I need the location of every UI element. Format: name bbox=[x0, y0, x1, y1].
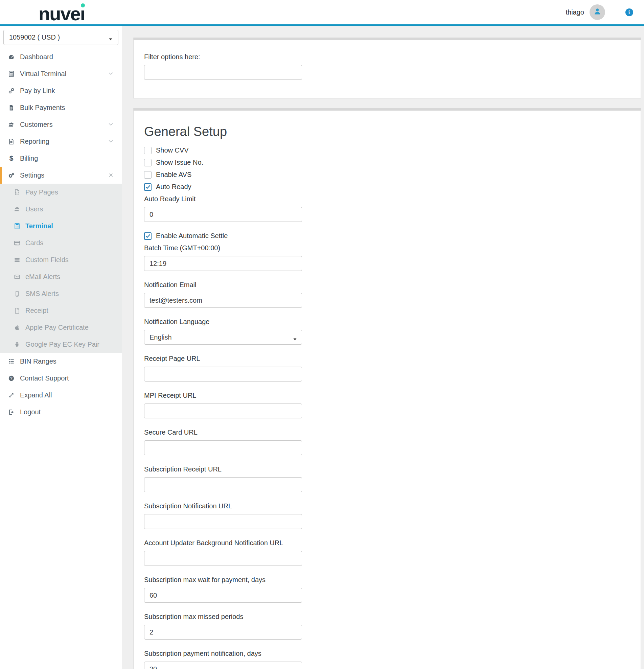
sidebar-item-label: Pay Pages bbox=[25, 188, 58, 196]
sidebar-item-google-pay-ec-key-pair[interactable]: Google Pay EC Key Pair bbox=[0, 336, 122, 353]
subscription-notification-url-input[interactable] bbox=[144, 514, 302, 529]
sidebar-item-label: Pay by Link bbox=[20, 87, 55, 95]
sidebar-item-sms-alerts[interactable]: SMS Alerts bbox=[0, 285, 122, 302]
sidebar-main-menu: DashboardVirtual TerminalPay by LinkBulk… bbox=[0, 48, 122, 184]
secure-card-url-input[interactable] bbox=[144, 440, 302, 455]
filter-options-input[interactable] bbox=[144, 65, 302, 80]
account-updater-background-notification-url-input[interactable] bbox=[144, 551, 302, 566]
sidebar-item-label: BIN Ranges bbox=[20, 357, 57, 365]
subscription-max-missed-periods-input[interactable] bbox=[144, 625, 302, 640]
batch-time-gmt-00-00-label: Batch Time (GMT+00:00) bbox=[144, 244, 630, 252]
sidebar-item-label: SMS Alerts bbox=[25, 290, 59, 298]
filter-options-label: Filter options here: bbox=[144, 53, 630, 61]
receipt-page-url-label: Receipt Page URL bbox=[144, 355, 630, 362]
sidebar-item-label: Receipt bbox=[25, 307, 48, 315]
subscription-notification-url-label: Subscription Notification URL bbox=[144, 502, 630, 510]
form-group-subscription-max-wait-for-payment-days: Subscription max wait for payment, days bbox=[144, 576, 630, 603]
sidebar-item-logout[interactable]: Logout bbox=[0, 403, 122, 421]
auto-ready-limit-label: Auto Ready Limit bbox=[144, 195, 630, 203]
subscription-max-wait-for-payment-days-label: Subscription max wait for payment, days bbox=[144, 576, 630, 584]
filter-panel: Filter options here: bbox=[133, 38, 641, 98]
settings-icon bbox=[7, 172, 16, 179]
chevron-down-icon[interactable] bbox=[108, 70, 114, 78]
sidebar-item-terminal[interactable]: Terminal bbox=[0, 217, 122, 234]
enable-avs-checkbox[interactable] bbox=[144, 171, 152, 179]
sidebar-item-virtual-terminal[interactable]: Virtual Terminal bbox=[0, 65, 122, 82]
sidebar-item-custom-fields[interactable]: Custom Fields bbox=[0, 251, 122, 268]
contact-support-icon: ? bbox=[7, 375, 16, 382]
chevron-down-icon[interactable] bbox=[108, 121, 114, 129]
subscription-max-wait-for-payment-days-input[interactable] bbox=[144, 588, 302, 603]
sidebar-item-label: Apple Pay Certificate bbox=[25, 324, 89, 331]
sidebar-item-apple-pay-certificate[interactable]: Apple Pay Certificate bbox=[0, 319, 122, 336]
form-group-account-updater-background-notification-url: Account Updater Background Notification … bbox=[144, 539, 630, 566]
batch-time-gmt-00-00-input[interactable] bbox=[144, 256, 302, 271]
sidebar-item-reporting[interactable]: Reporting bbox=[0, 133, 122, 150]
customers-icon bbox=[7, 122, 16, 128]
enable-avs-label: Enable AVS bbox=[156, 171, 191, 179]
sidebar-item-pay-pages[interactable]: Pay Pages bbox=[0, 184, 122, 201]
sidebar-item-users[interactable]: Users bbox=[0, 201, 122, 217]
svg-text:?: ? bbox=[10, 376, 13, 380]
general-setup-panel: General Setup Show CVVShow Issue No.Enab… bbox=[133, 108, 641, 669]
sidebar-item-label: Terminal bbox=[25, 222, 53, 230]
chevron-down-icon[interactable] bbox=[108, 138, 114, 146]
form-group-subscription-notification-url: Subscription Notification URL bbox=[144, 502, 630, 529]
sidebar-item-customers[interactable]: Customers bbox=[0, 116, 122, 133]
sidebar-item-label: Google Pay EC Key Pair bbox=[25, 341, 99, 348]
pay-by-link-icon bbox=[7, 88, 16, 94]
account-updater-background-notification-url-label: Account Updater Background Notification … bbox=[144, 539, 630, 547]
mpi-receipt-url-input[interactable] bbox=[144, 403, 302, 418]
settings-submenu: Pay PagesUsersTerminalCardsCustom Fields… bbox=[0, 184, 122, 353]
receipt-page-url-input[interactable] bbox=[144, 367, 302, 382]
sidebar-item-cards[interactable]: Cards bbox=[0, 234, 122, 251]
sidebar-item-label: Logout bbox=[20, 408, 41, 416]
sidebar-item-receipt[interactable]: Receipt bbox=[0, 302, 122, 319]
sidebar-item-email-alerts[interactable]: eMail Alerts bbox=[0, 268, 122, 285]
subscription-payment-notification-days-label: Subscription payment notification, days bbox=[144, 650, 630, 657]
top-header: nuveı thiago i bbox=[0, 0, 644, 26]
sidebar-item-bin-ranges[interactable]: BIN Ranges bbox=[0, 353, 122, 370]
billing-icon: $ bbox=[7, 154, 16, 162]
form-group-subscription-max-missed-periods: Subscription max missed periods bbox=[144, 613, 630, 640]
general-setup-form: Show CVVShow Issue No.Enable AVSAuto Rea… bbox=[144, 146, 630, 669]
account-selector[interactable]: 1059002 ( USD ) bbox=[3, 30, 118, 45]
enable-automatic-settle-label: Enable Automatic Settle bbox=[156, 232, 228, 240]
cards-icon bbox=[13, 240, 21, 246]
sidebar-item-bulk-payments[interactable]: Bulk Payments bbox=[0, 99, 122, 116]
pay-pages-icon bbox=[13, 189, 21, 196]
sidebar-item-pay-by-link[interactable]: Pay by Link bbox=[0, 82, 122, 99]
checkbox-row-auto-ready: Auto Ready bbox=[144, 183, 630, 191]
form-group-subscription-receipt-url: Subscription Receipt URL bbox=[144, 465, 630, 492]
user-avatar[interactable] bbox=[589, 4, 605, 20]
show-issue-no-checkbox[interactable] bbox=[144, 159, 152, 167]
subscription-receipt-url-label: Subscription Receipt URL bbox=[144, 465, 630, 473]
auto-ready-limit-input[interactable] bbox=[144, 207, 302, 222]
sidebar-item-expand-all[interactable]: Expand All bbox=[0, 387, 122, 403]
bulk-payments-icon bbox=[7, 104, 16, 111]
sidebar-item-billing[interactable]: $Billing bbox=[0, 150, 122, 167]
sidebar-item-settings[interactable]: Settings bbox=[0, 167, 122, 184]
sidebar-item-contact-support[interactable]: ?Contact Support bbox=[0, 370, 122, 387]
sidebar-item-label: Bulk Payments bbox=[20, 104, 65, 112]
form-group-notification-email: Notification Email bbox=[144, 281, 630, 308]
sidebar-item-label: Users bbox=[25, 205, 43, 213]
account-selector-value: 1059002 ( USD ) bbox=[9, 33, 60, 41]
subscription-payment-notification-days-input[interactable] bbox=[144, 661, 302, 669]
logo-teal-dot-icon bbox=[81, 3, 85, 8]
notification-email-input[interactable] bbox=[144, 293, 302, 308]
close-icon[interactable] bbox=[108, 172, 114, 180]
sidebar-item-dashboard[interactable]: Dashboard bbox=[0, 48, 122, 65]
show-cvv-label: Show CVV bbox=[156, 146, 189, 154]
notification-language-label: Notification Language bbox=[144, 318, 630, 326]
show-cvv-checkbox[interactable] bbox=[144, 147, 152, 154]
info-icon[interactable]: i bbox=[625, 9, 633, 16]
auto-ready-checkbox[interactable] bbox=[144, 183, 152, 191]
subscription-receipt-url-input[interactable] bbox=[144, 477, 302, 492]
notification-language-select[interactable]: English bbox=[144, 330, 302, 345]
checkbox-row-show-issue-no: Show Issue No. bbox=[144, 159, 630, 167]
expand-all-icon bbox=[7, 392, 16, 398]
enable-automatic-settle-checkbox[interactable] bbox=[144, 232, 152, 240]
caret-down-icon bbox=[293, 335, 297, 343]
card-top-strip bbox=[133, 108, 641, 111]
